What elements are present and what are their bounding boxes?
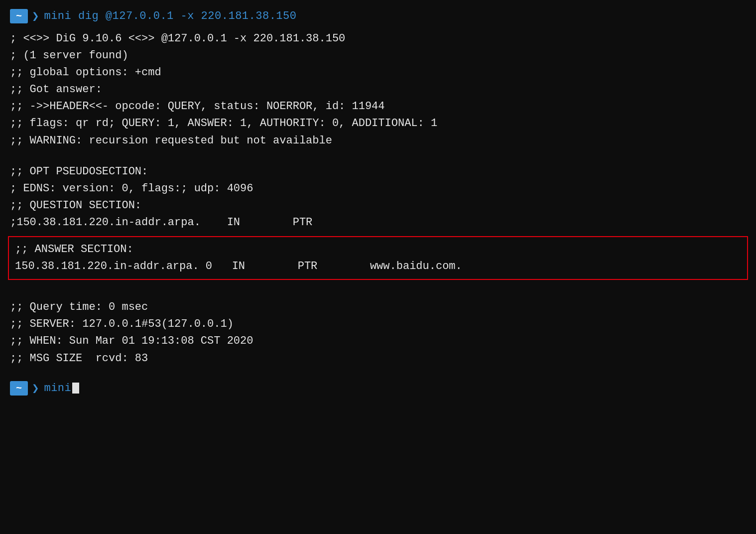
blank-line-1: [10, 149, 746, 163]
footer-line-1: ;; Query time: 0 msec: [10, 299, 746, 316]
prompt2-arrow-icon: ❯: [32, 381, 39, 396]
output-block: ; <<>> DiG 9.10.6 <<>> @127.0.0.1 -x 220…: [0, 29, 756, 232]
terminal-window: ~ ❯ mini dig @127.0.0.1 -x 220.181.38.15…: [0, 0, 756, 534]
footer-line-4: ;; MSG SIZE rcvd: 83: [10, 350, 746, 367]
opt-line-2: ; EDNS: version: 0, flags:; udp: 4096: [10, 180, 746, 197]
opt-line-1: ;; OPT PSEUDOSECTION:: [10, 163, 746, 180]
output-line-1: ; <<>> DiG 9.10.6 <<>> @127.0.0.1 -x 220…: [10, 30, 746, 47]
output-line-4: ;; Got answer:: [10, 81, 746, 98]
prompt-command: mini dig @127.0.0.1 -x 220.181.38.150: [44, 10, 296, 22]
output-line-7: ;; WARNING: recursion requested but not …: [10, 133, 746, 149]
output-line-3: ;; global options: +cmd: [10, 64, 746, 81]
answer-section-box: ;; ANSWER SECTION: 150.38.181.220.in-add…: [8, 236, 748, 280]
answer-section-data: 150.38.181.220.in-addr.arpa. 0 IN PTR ww…: [15, 258, 741, 275]
footer-line-2: ;; SERVER: 127.0.0.1#53(127.0.0.1): [10, 316, 746, 333]
prompt2-text: mini: [44, 382, 71, 395]
cursor-block: [72, 383, 79, 394]
blank-line-2: [10, 285, 746, 299]
output-line-2: ; (1 server found): [10, 47, 746, 64]
prompt-tilde-badge: ~: [10, 9, 28, 23]
prompt-arrow-icon: ❯: [32, 9, 39, 23]
opt-line-4: ;150.38.181.220.in-addr.arpa. IN PTR: [10, 214, 746, 231]
prompt2-tilde-badge: ~: [10, 381, 28, 396]
prompt-line-2: ~ ❯ mini: [0, 377, 756, 400]
opt-line-3: ;; QUESTION SECTION:: [10, 197, 746, 214]
output-line-6: ;; flags: qr rd; QUERY: 1, ANSWER: 1, AU…: [10, 115, 746, 132]
answer-section-header: ;; ANSWER SECTION:: [15, 241, 741, 258]
footer-line-3: ;; WHEN: Sun Mar 01 19:13:08 CST 2020: [10, 333, 746, 350]
prompt-line-1: ~ ❯ mini dig @127.0.0.1 -x 220.181.38.15…: [0, 5, 756, 27]
output-line-5: ;; ->>HEADER<<- opcode: QUERY, status: N…: [10, 98, 746, 115]
footer-block: ;; Query time: 0 msec ;; SERVER: 127.0.0…: [0, 284, 756, 368]
